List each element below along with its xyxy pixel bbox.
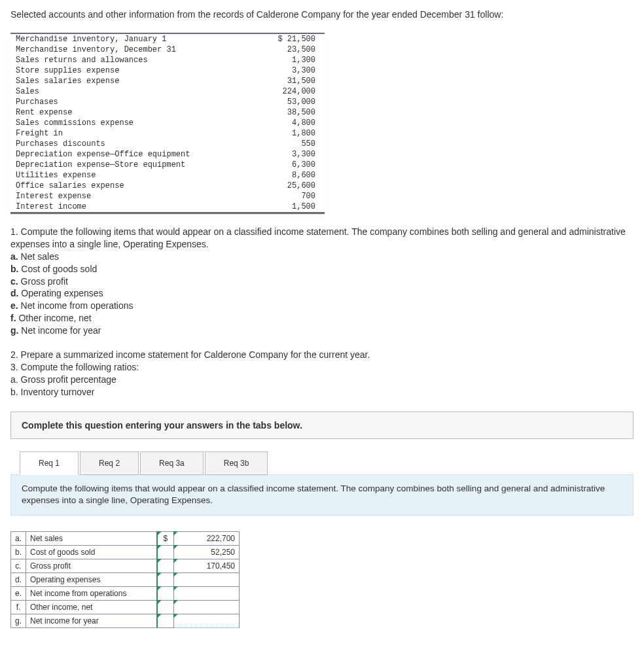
- answer-row: d.Operating expenses: [11, 573, 240, 587]
- answer-currency-cell[interactable]: $: [157, 532, 174, 546]
- accounts-row: Sales224,000: [10, 86, 325, 97]
- tab-req-3b[interactable]: Req 3b: [205, 451, 268, 475]
- account-label: Depreciation expense—Office equipment: [10, 149, 255, 160]
- tab-req-2[interactable]: Req 2: [80, 451, 139, 475]
- q3-lead: 3. Compute the following ratios:: [10, 362, 139, 372]
- intro-text: Selected accounts and other information …: [10, 9, 634, 20]
- account-label: Depreciation expense—Store equipment: [10, 160, 255, 170]
- answer-letter: f.: [11, 601, 26, 614]
- answer-letter: e.: [11, 587, 26, 601]
- answer-table: a.Net sales$222,700b.Cost of goods sold5…: [10, 531, 240, 628]
- answer-label: Other income, net: [26, 601, 157, 614]
- answer-row: a.Net sales$222,700: [11, 532, 240, 546]
- accounts-row: Depreciation expense—Office equipment3,3…: [10, 149, 325, 160]
- q1-item: e. Net income from operations: [10, 300, 634, 312]
- account-label: Sales: [10, 86, 255, 97]
- account-label: Freight in: [10, 128, 255, 139]
- question-1: 1. Compute the following items that woul…: [10, 226, 634, 337]
- answer-currency-cell[interactable]: [157, 601, 174, 614]
- account-value: 31,500: [255, 76, 325, 86]
- account-value: 1,300: [255, 55, 325, 65]
- account-label: Sales salaries expense: [10, 76, 255, 86]
- answer-row: b.Cost of goods sold52,250: [11, 546, 240, 559]
- accounts-row: Purchases53,000: [10, 97, 325, 107]
- q1-item: f. Other income, net: [10, 312, 634, 325]
- answer-label: Operating expenses: [26, 573, 157, 587]
- tab-req-3a[interactable]: Req 3a: [140, 451, 204, 475]
- answer-label: Cost of goods sold: [26, 546, 157, 559]
- accounts-row: Sales returns and allowances1,300: [10, 55, 325, 65]
- answer-row: c.Gross profit170,450: [11, 559, 240, 573]
- answer-currency-cell[interactable]: [157, 559, 174, 573]
- tabs: Req 1Req 2Req 3aReq 3b: [20, 451, 634, 474]
- answer-currency-cell[interactable]: [157, 573, 174, 587]
- answer-value-cell[interactable]: [174, 601, 240, 614]
- answer-letter: a.: [11, 532, 26, 546]
- account-label: Sales returns and allowances: [10, 55, 255, 65]
- answer-label: Gross profit: [26, 559, 157, 573]
- accounts-row: Store supplies expense3,300: [10, 65, 325, 76]
- accounts-row: Depreciation expense—Store equipment6,30…: [10, 160, 325, 170]
- answer-currency-cell[interactable]: [157, 614, 174, 628]
- account-label: Sales commissions expense: [10, 118, 255, 128]
- answer-letter: b.: [11, 546, 26, 559]
- account-label: Store supplies expense: [10, 65, 255, 76]
- answer-currency-cell[interactable]: [157, 546, 174, 559]
- answer-value-cell[interactable]: [174, 614, 240, 628]
- account-value: 38,500: [255, 107, 325, 118]
- account-value: 3,300: [255, 149, 325, 160]
- accounts-row: Merchandise inventory, December 3123,500: [10, 44, 325, 55]
- answer-value-cell[interactable]: [174, 587, 240, 601]
- account-label: Merchandise inventory, January 1: [10, 34, 255, 44]
- q3-a: a. Gross profit percentage: [10, 374, 116, 385]
- q1-item: c. Gross profit: [10, 275, 634, 288]
- answer-value-cell[interactable]: [174, 573, 240, 587]
- accounts-row: Sales commissions expense4,800: [10, 118, 325, 128]
- accounts-row: Rent expense38,500: [10, 107, 325, 118]
- account-label: Merchandise inventory, December 31: [10, 44, 255, 55]
- answer-letter: g.: [11, 614, 26, 628]
- accounts-table: Merchandise inventory, January 1$ 21,500…: [10, 34, 325, 212]
- account-value: 224,000: [255, 86, 325, 97]
- account-label: Office salaries expense: [10, 181, 255, 191]
- accounts-row: Office salaries expense25,600: [10, 181, 325, 191]
- account-value: 1,800: [255, 128, 325, 139]
- account-value: 23,500: [255, 44, 325, 55]
- answer-value-cell[interactable]: 52,250: [174, 546, 240, 559]
- answer-row: f.Other income, net: [11, 601, 240, 614]
- accounts-row: Merchandise inventory, January 1$ 21,500: [10, 34, 325, 44]
- account-label: Purchases: [10, 97, 255, 107]
- complete-instructions: Complete this question entering your ans…: [10, 412, 634, 439]
- answer-letter: c.: [11, 559, 26, 573]
- answer-letter: d.: [11, 573, 26, 587]
- q1-lead: 1. Compute the following items that woul…: [10, 226, 626, 249]
- accounts-row: Purchases discounts550: [10, 139, 325, 149]
- account-label: Utilities expense: [10, 170, 255, 181]
- account-value: $ 21,500: [255, 34, 325, 44]
- answer-row: e.Net income from operations: [11, 587, 240, 601]
- accounts-row: Freight in1,800: [10, 128, 325, 139]
- account-value: 1,500: [255, 202, 325, 212]
- tab-panel-req1: Compute the following items that would a…: [10, 474, 634, 516]
- account-label: Purchases discounts: [10, 139, 255, 149]
- question-2: 2. Prepare a summarized income statement…: [10, 349, 634, 361]
- answer-currency-cell[interactable]: [157, 587, 174, 601]
- account-value: 6,300: [255, 160, 325, 170]
- q1-item: d. Operating expenses: [10, 287, 634, 300]
- tab-req-1[interactable]: Req 1: [20, 451, 79, 475]
- account-label: Interest expense: [10, 191, 255, 202]
- accounts-row: Utilities expense8,600: [10, 170, 325, 181]
- accounts-row: Interest expense700: [10, 191, 325, 202]
- question-3: 3. Compute the following ratios: a. Gros…: [10, 361, 634, 398]
- dollar-sign: $: [162, 534, 170, 543]
- q3-b: b. Inventory turnover: [10, 387, 94, 397]
- answer-label: Net income from operations: [26, 587, 157, 601]
- answer-label: Net income for year: [26, 614, 157, 628]
- accounts-box: Merchandise inventory, January 1$ 21,500…: [10, 33, 325, 214]
- answer-value-cell[interactable]: 222,700: [174, 532, 240, 546]
- answer-value-cell[interactable]: 170,450: [174, 559, 240, 573]
- answer-row: g.Net income for year: [11, 614, 240, 628]
- q1-item: a. Net sales: [10, 251, 634, 263]
- answer-label: Net sales: [26, 532, 157, 546]
- q1-item: b. Cost of goods sold: [10, 263, 634, 275]
